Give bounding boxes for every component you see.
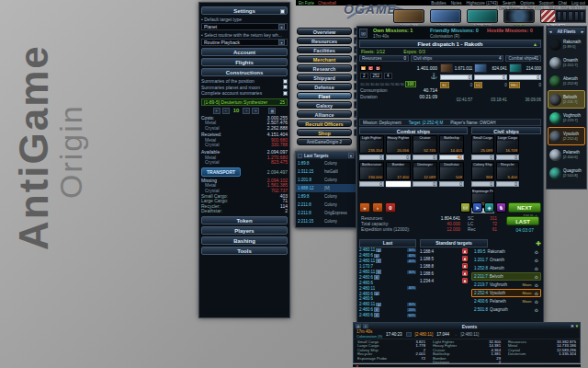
speed-mark[interactable]: 30 [370, 82, 374, 86]
resource-load-input[interactable]: 0 [509, 75, 541, 80]
decrease-more-button[interactable]: « [213, 108, 220, 114]
settings-section-header[interactable]: Settings [201, 6, 288, 15]
preset-raid-button[interactable]: ♞ [496, 202, 506, 213]
ship-amount-input[interactable]: 0 [386, 155, 411, 160]
default-target-select[interactable]: Planet▾ [201, 23, 288, 30]
officer-icon[interactable] [562, 11, 567, 21]
fleet-anchor-icon[interactable]: ⚓ [431, 73, 438, 79]
nav-button[interactable]: Research [297, 64, 352, 72]
nav-button[interactable]: Defense [297, 83, 352, 90]
sidebar-planet[interactable]: Rakonath [1:89:5] [548, 35, 585, 53]
player-name[interactable]: En Furie [299, 1, 314, 6]
sidebar-planet[interactable]: Belvoth [2:211:7] [548, 90, 585, 109]
speed-mark[interactable]: 70 [390, 82, 394, 86]
delete-target-icon[interactable]: ✖ [462, 248, 468, 254]
planet-row[interactable]: 2:219:7 Voghnoth Moon ♻ [471, 281, 541, 289]
sidebar-planet[interactable]: Orsanth [1:201:7] [548, 53, 585, 72]
ship-image[interactable]: Destroyer 12.089 [413, 162, 437, 180]
column-header[interactable]: Civil ships4 [411, 55, 503, 62]
sidebar-planet[interactable]: Vysoloth [2:252:4] [548, 127, 585, 145]
planet-row[interactable]: 2:211:7 Belvoth ♻ [471, 272, 541, 281]
section-header[interactable]: Token [201, 216, 288, 224]
events-close-icon[interactable]: ✕ [571, 324, 574, 328]
standard-target-row[interactable]: 1:188:5 ✖ [420, 255, 468, 262]
ship-image[interactable]: Battleship 14.401 [439, 135, 464, 154]
speed-mark[interactable]: 60 [385, 82, 389, 86]
target-row[interactable]: 1:201:8 Colony [296, 176, 356, 184]
select-one-button[interactable]: › [372, 202, 383, 213]
decrease-button[interactable]: ‹ [222, 108, 230, 114]
tab-standard-targets[interactable]: Standard targets [420, 239, 488, 247]
ship-image[interactable]: Small Cargo 25.089 [471, 135, 494, 154]
planet-sphere-icon[interactable] [549, 131, 561, 143]
nav-button[interactable]: Galaxy [297, 101, 352, 109]
ship-image[interactable]: Bomber 17.400 [386, 162, 411, 180]
speed-mark[interactable]: 40 [375, 82, 379, 86]
officer-icon[interactable] [574, 11, 579, 21]
preset-defense-button[interactable]: ⛁ [460, 202, 470, 213]
standard-target-row[interactable]: 1:188:8 ✖ [420, 262, 468, 270]
civil-ships-header[interactable]: Civil ships [471, 127, 541, 134]
settings-checkbox[interactable] [280, 9, 285, 14]
speed-mark[interactable]: 80 [395, 82, 399, 86]
speed-mark[interactable]: 50 [380, 82, 384, 86]
fleet-send-icon[interactable]: ♻ [535, 282, 538, 288]
top-link[interactable]: Support [539, 1, 554, 6]
messages-icon[interactable]: ✉ [359, 29, 368, 38]
planet-row[interactable]: 1:89:5 Rakonath ♻ [471, 247, 541, 256]
metal-icon[interactable]: M [360, 65, 367, 71]
nav-button[interactable]: Overview [297, 28, 352, 35]
calculator-icon[interactable]: ▦ [268, 108, 276, 114]
top-link[interactable]: Log out [571, 1, 585, 6]
increase-more-button[interactable]: » [252, 108, 259, 114]
fleet-send-icon[interactable]: ♻ [535, 258, 538, 263]
planet-row[interactable]: 1:201:7 Orsanth ♻ [471, 256, 541, 264]
mission-tab[interactable]: Hostile Missions: 0 [484, 28, 541, 39]
sidebar-planet[interactable]: Quagnoth [2:501:8] [548, 164, 585, 182]
target-row[interactable]: 1:311:15 hwGalil [296, 167, 356, 176]
galaxy-select[interactable]: 2 [360, 73, 368, 79]
planet-sphere-icon[interactable] [549, 112, 561, 124]
ship-amount-input[interactable]: 0 [359, 155, 384, 160]
event-origin-coord[interactable]: [2:480:11] [415, 332, 434, 337]
last-target-row[interactable]: 2:480:6 M 60% [359, 313, 416, 318]
event-row[interactable]: 17m 40s Colonization (9) 17:40:23 [2:480… [354, 329, 580, 339]
constructions-section-header[interactable]: Constructions [201, 68, 288, 76]
deuterium-icon[interactable]: D [375, 65, 381, 71]
nav-button[interactable]: Alliance [297, 110, 352, 118]
events-minimize-icon[interactable]: ▾ [576, 324, 578, 328]
planet-sphere-icon[interactable] [549, 39, 561, 51]
fleet-send-icon[interactable]: ♻ [535, 299, 538, 305]
target-row[interactable]: 1:888:12 [M] [296, 184, 356, 192]
option-checkbox[interactable] [283, 79, 288, 84]
delete-target-icon[interactable]: ✖ [462, 278, 468, 283]
mission-tab[interactable]: Friendly Missions: 0 Colonisation (R) [427, 28, 484, 39]
delete-target-icon[interactable]: ✖ [462, 256, 468, 261]
increase-button[interactable]: › [243, 108, 250, 114]
planet-sphere-icon[interactable] [549, 75, 561, 87]
fleet-send-icon[interactable]: ♻ [535, 266, 538, 271]
next-button[interactable]: NEXT [508, 202, 541, 213]
mail-icon[interactable]: ✉ [363, 324, 368, 328]
planet-row[interactable]: 2:252:4 Vysoloth Moon ♻ [471, 289, 541, 297]
column-header[interactable]: Combat ships41 [505, 55, 541, 62]
planet-sphere-icon[interactable] [549, 149, 561, 161]
target-row[interactable]: 1:89:8 Colony [296, 159, 356, 167]
nav-button[interactable]: Resources [297, 37, 352, 44]
speed-mark[interactable]: 10 [360, 82, 364, 86]
nav-button[interactable]: AntiGameOrigin 2 [297, 138, 352, 145]
option-checkbox[interactable] [283, 85, 288, 89]
option-checkbox[interactable] [283, 91, 288, 96]
top-link[interactable]: Highscore (1743) [466, 1, 498, 6]
system-select[interactable]: 252 [370, 73, 383, 79]
tab-last-targets[interactable]: Last [359, 239, 416, 247]
next-arrow-icon[interactable]: ▸ [582, 29, 583, 34]
planet-row[interactable]: 2:400:6 Pelaneth Moon ♻ [471, 297, 541, 305]
planet-sphere-icon[interactable] [549, 57, 561, 69]
target-row[interactable]: 2:211:8 OrigExpress [296, 209, 356, 217]
top-link[interactable]: Search [503, 1, 515, 6]
ship-amount-input[interactable]: 0 [359, 181, 384, 187]
delete-target-icon[interactable]: ✖ [462, 270, 468, 276]
sidebar-planet[interactable]: Voghnoth [2:219:7] [548, 109, 585, 127]
calendar-icon[interactable]: ▤ [356, 324, 361, 328]
